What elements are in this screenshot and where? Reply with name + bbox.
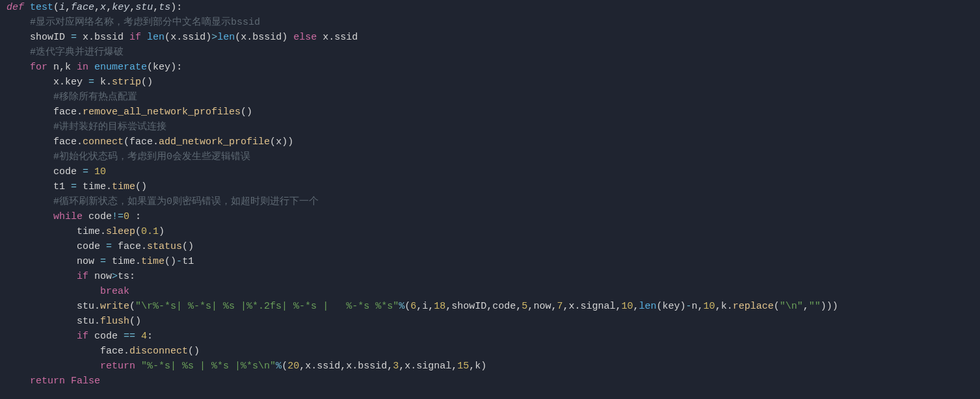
token-punct: ( <box>135 226 141 237</box>
token-punct: ( <box>270 136 276 148</box>
code-line[interactable]: if code == 4: <box>7 329 980 344</box>
token-punct: () <box>241 107 252 118</box>
code-line[interactable]: face.remove_all_network_profiles() <box>7 105 980 120</box>
token-punct: , <box>340 361 346 372</box>
token-ident: key <box>663 301 680 312</box>
code-line[interactable]: break <box>7 284 980 299</box>
indent <box>7 62 30 73</box>
code-line[interactable]: #移除所有热点配置 <box>7 90 980 105</box>
code-line[interactable]: return "%-*s| %s | %*s |%*s\n"%(20,x.ssi… <box>7 359 980 374</box>
token-punct: , <box>387 361 393 372</box>
token-ident: face. <box>53 136 83 148</box>
token-param: x <box>100 2 106 13</box>
token-punct: , <box>516 301 522 312</box>
token-punct: ( <box>165 32 170 43</box>
code-line[interactable]: #初始化状态码，考虑到用0会发生些逻辑错误 <box>7 149 980 164</box>
indent <box>7 122 53 133</box>
code-line[interactable]: stu.flush() <box>7 314 980 329</box>
code-line[interactable]: #讲封装好的目标尝试连接 <box>7 120 980 135</box>
token-number: 0.1 <box>141 226 159 237</box>
token-punct: ( <box>147 62 153 73</box>
token-op: - <box>176 256 182 267</box>
code-line[interactable]: #显示对应网络名称，考虑到部分中文名嘀显示bssid <box>7 15 980 30</box>
code-line[interactable]: #循环刷新状态，如果置为0则密码错误，如超时则进行下一个 <box>7 194 980 209</box>
code-line[interactable]: face.connect(face.add_network_profile(x)… <box>7 135 980 149</box>
token-ident: stu. <box>77 301 100 312</box>
token-ident: face. <box>129 136 159 148</box>
token-ident <box>65 376 71 387</box>
code-line[interactable]: stu.write("\r%-*s| %-*s| %s |%*.2fs| %-*… <box>7 299 980 314</box>
token-punct: ( <box>235 32 241 43</box>
token-ident: x.ssid <box>305 361 340 372</box>
indent <box>7 361 100 372</box>
code-line[interactable]: code = face.status() <box>7 239 980 254</box>
token-punct: , <box>299 361 305 372</box>
code-editor[interactable]: def test(i,face,x,key,stu,ts): #显示对应网络名称… <box>0 0 980 389</box>
code-line[interactable]: x.key = k.strip() <box>7 75 980 90</box>
token-op: = <box>88 77 94 88</box>
token-ident: face. <box>112 241 147 252</box>
code-line-content: code = 10 <box>7 164 106 179</box>
token-call: replace <box>733 301 774 312</box>
token-punct: ) <box>481 361 486 372</box>
code-line[interactable]: code = 10 <box>7 164 980 179</box>
token-number: 10 <box>621 301 633 312</box>
token-punct: , <box>451 361 457 372</box>
token-number: 0 <box>124 211 129 222</box>
token-punct: , <box>486 301 492 312</box>
indent <box>7 301 77 312</box>
token-punct: ( <box>404 301 410 312</box>
token-ident: showID <box>30 32 71 43</box>
token-ident: x.signal <box>404 361 451 372</box>
token-param: stu <box>135 2 153 13</box>
token-ident: x.bssid <box>346 361 387 372</box>
code-line-content: face.connect(face.add_network_profile(x)… <box>7 135 293 149</box>
token-punct: () <box>182 241 194 252</box>
token-param: key <box>112 2 129 13</box>
indent <box>7 286 100 297</box>
code-line[interactable]: face.disconnect() <box>7 344 980 359</box>
indent <box>7 166 53 177</box>
code-line[interactable]: t1 = time.time() <box>7 179 980 194</box>
token-punct: , <box>469 361 475 372</box>
code-line[interactable]: for n,k in enumerate(key): <box>7 60 980 75</box>
token-builtin: len <box>639 301 657 312</box>
indent <box>7 376 30 387</box>
code-line[interactable]: time.sleep(0.1) <box>7 224 980 239</box>
code-line[interactable]: if now>ts: <box>7 269 980 284</box>
token-number: 10 <box>704 301 715 312</box>
code-line[interactable]: showID = x.bssid if len(x.ssid)>len(x.bs… <box>7 30 980 45</box>
token-ident: code <box>53 166 83 177</box>
token-ident: n,k <box>47 62 77 73</box>
token-param: face <box>71 2 94 13</box>
token-number: 6 <box>410 301 416 312</box>
token-op: % <box>399 301 404 312</box>
indent <box>7 47 30 58</box>
token-ident: time. <box>106 256 141 267</box>
indent <box>7 271 77 282</box>
token-punct: , <box>633 301 639 312</box>
token-keyword: if <box>77 331 88 342</box>
token-op: != <box>112 211 124 222</box>
token-op: = <box>71 32 77 43</box>
token-number: 20 <box>287 361 299 372</box>
code-line-content: for n,k in enumerate(key): <box>7 60 182 75</box>
code-line[interactable]: while code!=0 : <box>7 209 980 224</box>
token-number: 4 <box>141 331 147 342</box>
indent <box>7 346 100 357</box>
token-op: = <box>83 166 88 177</box>
token-ident <box>135 361 141 372</box>
code-line[interactable]: def test(i,face,x,key,stu,ts): <box>7 0 980 15</box>
token-op: = <box>106 241 112 252</box>
token-ident: time. <box>77 226 106 237</box>
token-ident <box>88 62 94 73</box>
token-punct: , <box>94 2 100 13</box>
token-ident: x <box>276 136 282 148</box>
token-call: flush <box>100 316 129 327</box>
code-line[interactable]: #迭代字典并进行爆破 <box>7 45 980 60</box>
token-comment: #移除所有热点配置 <box>53 92 137 103</box>
code-line[interactable]: return False <box>7 374 980 389</box>
token-ident: face. <box>53 107 83 118</box>
code-line[interactable]: now = time.time()-t1 <box>7 254 980 269</box>
indent <box>7 196 53 207</box>
